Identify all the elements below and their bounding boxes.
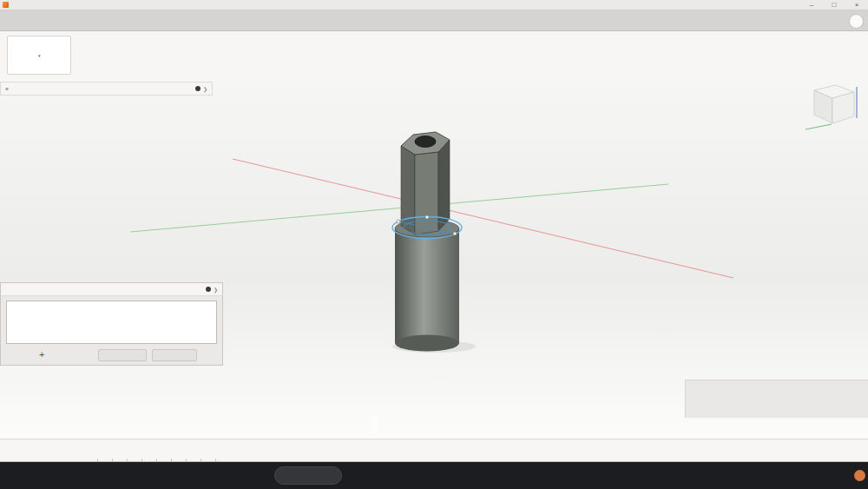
new-tab-button[interactable] (726, 13, 740, 27)
taskbar-search[interactable] (274, 466, 342, 485)
timeline-bar (0, 439, 868, 462)
notification-badge[interactable] (854, 470, 865, 481)
redo-icon[interactable] (80, 15, 97, 27)
windows-taskbar (0, 462, 868, 489)
panel-expand-icon[interactable]: ❯ (203, 86, 207, 92)
comments-panel-header[interactable]: ❯ (1, 283, 222, 296)
timeline-marker[interactable] (201, 441, 210, 462)
browser-panel-header[interactable]: « ❯ (0, 82, 213, 96)
window-title-bar: – □ × (0, 0, 868, 10)
user-avatar[interactable] (849, 14, 864, 29)
comments-panel: ❯ + (0, 282, 223, 366)
x-axis-line (233, 159, 733, 278)
model-body[interactable] (392, 132, 476, 353)
document-tab-bar (0, 10, 868, 31)
timeline-ticks (83, 459, 218, 461)
viewport-nav-toolbar (372, 417, 378, 433)
view-cube[interactable] (806, 85, 857, 129)
collapse-panel-icon[interactable]: « (5, 86, 9, 92)
undo-icon[interactable] (59, 15, 76, 27)
file-menu-icon[interactable] (23, 15, 35, 27)
cancel-comment-button[interactable] (152, 349, 197, 361)
3d-viewport[interactable]: « ❯ ❯ + (0, 78, 868, 439)
ribbon-toolbar: ▾ (0, 31, 868, 79)
comment-input[interactable] (6, 301, 217, 344)
post-comment-button[interactable] (98, 349, 147, 361)
minimize-button[interactable]: – (800, 0, 823, 10)
maximize-button[interactable]: □ (823, 0, 845, 10)
panel-options-icon[interactable] (195, 86, 201, 91)
panel-options-icon[interactable] (206, 287, 211, 292)
notifications-icon[interactable] (812, 15, 824, 27)
job-status-icon[interactable] (792, 15, 804, 27)
save-icon[interactable] (42, 15, 54, 27)
close-button[interactable]: × (845, 0, 868, 10)
y-axis-indicator (806, 124, 832, 129)
add-attachment-icon[interactable]: + (39, 349, 44, 360)
app-launcher-icon[interactable] (4, 15, 16, 27)
browser-panel: « ❯ (0, 82, 213, 96)
panel-expand-icon[interactable]: ❯ (214, 287, 218, 293)
help-icon[interactable] (831, 15, 843, 27)
workspace-selector[interactable]: ▾ (7, 36, 71, 75)
caret-down-icon: ▾ (38, 53, 41, 58)
warning-notification[interactable] (685, 380, 868, 418)
fusion-app-icon (3, 2, 9, 8)
